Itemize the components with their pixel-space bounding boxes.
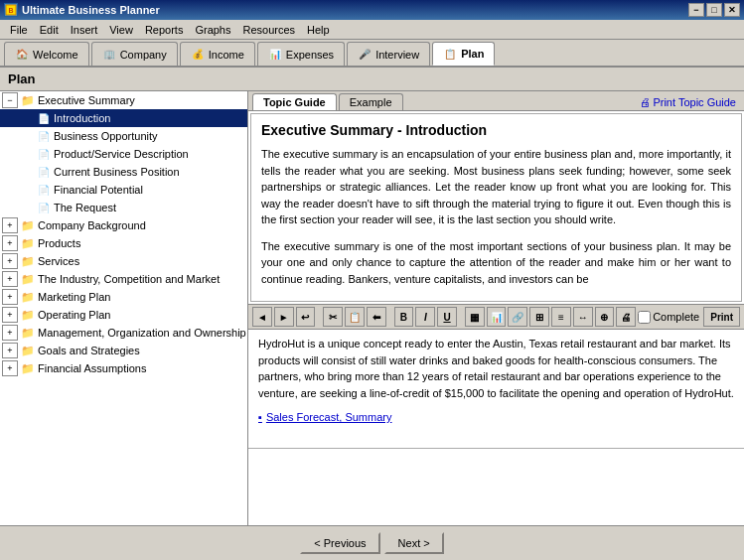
tab-income[interactable]: 💰 Income	[180, 42, 255, 66]
folder-icon-company-background: 📁	[20, 217, 36, 233]
tree-item-exec-summary[interactable]: − 📁 Executive Summary	[0, 91, 247, 109]
close-button[interactable]: ✕	[724, 3, 740, 17]
tab-interview[interactable]: 🎤 Interview	[347, 42, 430, 66]
printer-icon: 🖨	[640, 96, 651, 108]
toolbar-italic-btn[interactable]: I	[415, 307, 435, 327]
expander-financial-assumptions[interactable]: +	[2, 360, 18, 376]
toolbar-cut-btn[interactable]: ✂	[323, 307, 343, 327]
tree-item-industry[interactable]: + 📁 The Industry, Competition and Market	[0, 270, 247, 288]
minimize-button[interactable]: −	[688, 3, 704, 17]
tree-item-products[interactable]: + 📁 Products	[0, 234, 247, 252]
previous-button[interactable]: < Previous	[300, 532, 379, 554]
toolbar-undo-btn[interactable]: ◄	[252, 307, 272, 327]
tree-item-introduction[interactable]: 📄 Introduction	[0, 109, 247, 127]
toolbar-print-btn[interactable]: 🖨	[616, 307, 636, 327]
expander-financial-potential	[18, 182, 34, 198]
doc-icon-business-opp: 📄	[36, 128, 52, 144]
toolbar-indent-btn[interactable]: ↔	[573, 307, 593, 327]
expander-goals[interactable]: +	[2, 343, 18, 358]
toolbar-copy-btn[interactable]: 📋	[345, 307, 365, 327]
tree-item-product-service[interactable]: 📄 Product/Service Description	[0, 145, 247, 163]
tree-item-goals[interactable]: + 📁 Goals and Strategies	[0, 342, 247, 359]
income-icon: 💰	[191, 48, 205, 62]
expander-products[interactable]: +	[2, 235, 18, 251]
tree-item-financial-potential[interactable]: 📄 Financial Potential	[0, 181, 247, 199]
menu-help[interactable]: Help	[301, 22, 336, 38]
sales-forecast-link[interactable]: ▪ Sales Forecast, Summary	[258, 409, 734, 426]
tab-topic-guide-label: Topic Guide	[263, 96, 326, 108]
expander-services[interactable]: +	[2, 253, 18, 269]
tree-item-management[interactable]: + 📁 Management, Organization and Ownersh…	[0, 324, 247, 342]
tab-expenses[interactable]: 📊 Expenses	[257, 42, 345, 66]
tab-plan[interactable]: 📋 Plan	[432, 42, 495, 66]
interview-icon: 🎤	[358, 48, 372, 62]
menu-resources[interactable]: Resources	[236, 22, 301, 38]
menu-graphs[interactable]: Graphs	[189, 22, 236, 38]
tree-item-business-opp[interactable]: 📄 Business Opportunity	[0, 127, 247, 145]
window-controls[interactable]: − □ ✕	[688, 3, 740, 17]
tree-label-exec-summary: Executive Summary	[38, 94, 135, 106]
next-button[interactable]: Next >	[384, 532, 444, 554]
tab-topic-guide[interactable]: Topic Guide	[252, 93, 337, 110]
app-icon: B	[4, 3, 18, 17]
maximize-button[interactable]: □	[706, 3, 722, 17]
tree-item-services[interactable]: + 📁 Services	[0, 252, 247, 270]
menu-file[interactable]: File	[4, 22, 34, 38]
tree-label-financial-assumptions: Financial Assumptions	[38, 362, 146, 374]
tree-label-products: Products	[38, 237, 80, 249]
toolbar-grid-btn[interactable]: ⊞	[529, 307, 549, 327]
tab-company[interactable]: 🏢 Company	[91, 42, 178, 66]
tree-item-marketing[interactable]: + 📁 Marketing Plan	[0, 288, 247, 306]
toolbar-list-btn[interactable]: ≡	[551, 307, 571, 327]
expander-company-background[interactable]: +	[2, 217, 18, 233]
tree-item-financial-assumptions[interactable]: + 📁 Financial Assumptions	[0, 359, 247, 377]
welcome-icon: 🏠	[15, 48, 29, 62]
toolbar-table-btn[interactable]: ▦	[465, 307, 485, 327]
toolbar-paste-btn[interactable]: ⬅	[367, 307, 386, 327]
folder-icon-operating: 📁	[20, 307, 36, 323]
expander-product-service	[18, 146, 34, 162]
company-icon: 🏢	[102, 48, 116, 62]
tab-expenses-label: Expenses	[286, 49, 334, 61]
toolbar-underline-btn[interactable]: U	[437, 307, 457, 327]
expander-marketing[interactable]: +	[2, 289, 18, 305]
tree-label-industry: The Industry, Competition and Market	[38, 273, 220, 285]
toolbar-bold-btn[interactable]: B	[394, 307, 414, 327]
tab-welcome[interactable]: 🏠 Welcome	[4, 42, 89, 66]
tab-interview-label: Interview	[375, 49, 419, 61]
tree-item-operating[interactable]: + 📁 Operating Plan	[0, 306, 247, 324]
print-button[interactable]: Print	[703, 307, 740, 327]
svg-text:B: B	[8, 7, 13, 14]
folder-icon-management: 📁	[20, 325, 36, 341]
expander-current-business	[18, 164, 34, 180]
menu-view[interactable]: View	[103, 22, 139, 38]
menu-reports[interactable]: Reports	[139, 22, 190, 38]
tree-item-company-background[interactable]: + 📁 Company Background	[0, 216, 247, 234]
complete-checkbox[interactable]	[638, 311, 651, 324]
expander-introduction	[18, 110, 34, 126]
tree-item-the-request[interactable]: 📄 The Request	[0, 199, 247, 216]
toolbar-chart-btn[interactable]: 📊	[487, 307, 507, 327]
toolbar-link-btn[interactable]: 🔗	[508, 307, 527, 327]
toolbar-redo-btn[interactable]: ►	[274, 307, 294, 327]
expander-management[interactable]: +	[2, 325, 18, 341]
expander-industry[interactable]: +	[2, 271, 18, 287]
tab-company-label: Company	[120, 49, 167, 61]
toolbar-return-btn[interactable]: ↩	[296, 307, 316, 327]
menu-insert[interactable]: Insert	[65, 22, 104, 38]
bottom-editor[interactable]: HydroHut is a unique concept ready to en…	[248, 330, 744, 449]
bottom-nav: < Previous Next >	[0, 525, 744, 560]
complete-checkbox-area[interactable]: Complete	[638, 311, 699, 324]
menu-edit[interactable]: Edit	[34, 22, 65, 38]
content-paragraph-2: The executive summary is one of the most…	[261, 238, 731, 288]
tree-label-financial-potential: Financial Potential	[54, 184, 143, 196]
tree-item-current-business[interactable]: 📄 Current Business Position	[0, 163, 247, 181]
expander-the-request	[18, 200, 34, 215]
expander-operating[interactable]: +	[2, 307, 18, 323]
toolbar-special-btn[interactable]: ⊕	[595, 307, 615, 327]
content-scroll-area[interactable]: Executive Summary - Introduction The exe…	[250, 113, 742, 302]
expander-exec-summary[interactable]: −	[2, 92, 18, 108]
print-topic-guide-link[interactable]: 🖨 Print Topic Guide	[636, 94, 740, 110]
tab-example[interactable]: Example	[339, 93, 403, 110]
tree-label-current-business: Current Business Position	[54, 166, 180, 178]
